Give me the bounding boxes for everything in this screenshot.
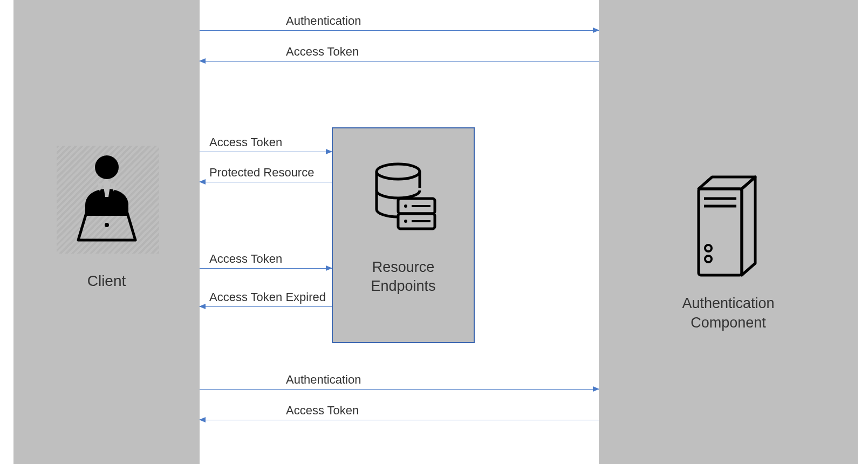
- arrow-access-token-bottom: [200, 420, 599, 420]
- svg-point-14: [705, 256, 712, 262]
- arrow-access-token-to-resource-1: [200, 152, 332, 152]
- svg-point-13: [705, 245, 712, 251]
- client-label: Client: [13, 272, 200, 290]
- arrow-authentication-top-label: Authentication: [286, 14, 361, 28]
- arrow-access-token-expired: [200, 306, 332, 307]
- arrow-protected-resource: [200, 182, 332, 182]
- database-server-icon: [333, 161, 474, 238]
- resource-label-line2: Endpoints: [371, 278, 435, 294]
- arrow-access-token-to-resource-2-label: Access Token: [209, 252, 282, 266]
- svg-point-0: [95, 155, 119, 179]
- resource-label-line1: Resource: [372, 259, 435, 275]
- auth-label: Authentication Component: [599, 294, 858, 333]
- arrow-access-token-top: [200, 61, 599, 62]
- resource-endpoints-box: Resource Endpoints: [332, 127, 475, 343]
- auth-label-line2: Component: [691, 315, 766, 331]
- svg-point-2: [105, 223, 109, 227]
- arrow-access-token-top-label: Access Token: [286, 45, 359, 59]
- arrow-authentication-bottom-label: Authentication: [286, 373, 361, 387]
- auth-label-line1: Authentication: [682, 295, 774, 311]
- svg-point-3: [377, 164, 420, 179]
- svg-rect-10: [699, 189, 742, 275]
- arrow-access-token-bottom-label: Access Token: [286, 404, 359, 418]
- diagram-canvas: Client Resource Endpoints: [0, 0, 868, 464]
- arrow-access-token-to-resource-2: [200, 268, 332, 269]
- arrow-authentication-bottom: [200, 389, 599, 390]
- resource-label: Resource Endpoints: [333, 258, 474, 296]
- arrow-authentication-top: [200, 30, 599, 31]
- arrow-access-token-to-resource-1-label: Access Token: [209, 135, 282, 149]
- person-laptop-icon: [13, 146, 200, 256]
- server-tower-icon: [599, 173, 858, 283]
- arrow-access-token-expired-label: Access Token Expired: [209, 290, 326, 304]
- svg-point-6: [404, 204, 407, 208]
- svg-rect-1: [88, 205, 126, 210]
- svg-point-8: [404, 220, 407, 223]
- arrow-protected-resource-label: Protected Resource: [209, 166, 314, 180]
